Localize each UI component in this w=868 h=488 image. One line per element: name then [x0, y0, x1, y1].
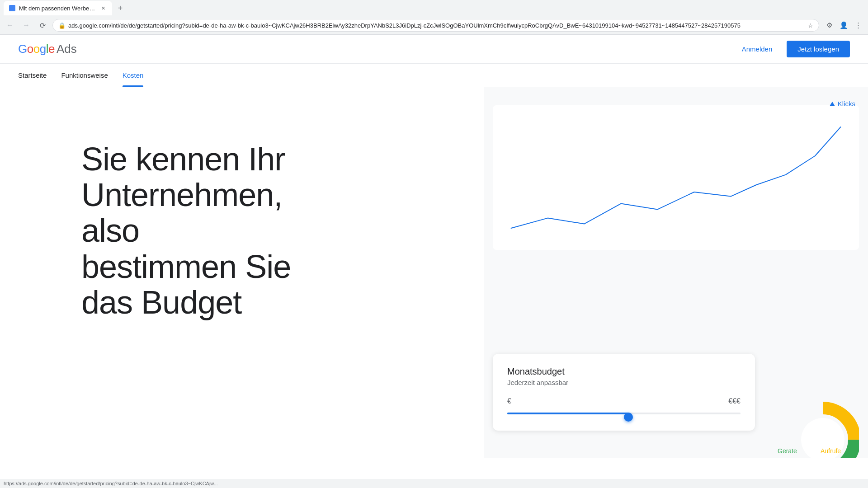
- address-bar: ← → ⟳ 🔒 ads.google.com/intl/de/de/getsta…: [0, 16, 868, 34]
- back-button[interactable]: ←: [4, 19, 16, 32]
- url-bar[interactable]: 🔒 ads.google.com/intl/de/de/getstarted/p…: [52, 19, 819, 32]
- active-tab[interactable]: Mit dem passenden Werbeb... ✕: [4, 1, 112, 15]
- tab-favicon: [9, 5, 15, 11]
- toolbar-icons: ⚙ 👤 ⋮: [823, 19, 864, 32]
- page: Google Ads Anmelden Jetzt loslegen Start…: [0, 35, 868, 458]
- signin-button[interactable]: Anmelden: [735, 42, 780, 56]
- tab-close-button[interactable]: ✕: [99, 5, 107, 12]
- hero-headline: Sie kennen Ihr Unternehmen, also bestimm…: [81, 141, 398, 320]
- ads-logo-text: Ads: [57, 42, 77, 56]
- new-tab-button[interactable]: +: [114, 2, 127, 14]
- extensions-icon[interactable]: ⚙: [823, 19, 835, 32]
- nav-startseite[interactable]: Startseite: [18, 64, 47, 86]
- reload-button[interactable]: ⟳: [36, 19, 49, 32]
- google-logo: Google: [18, 42, 55, 56]
- star-icon[interactable]: ☆: [808, 22, 813, 29]
- status-bar: https://ads.google.com/intl/de/de/getsta…: [0, 479, 868, 488]
- site-header: Google Ads Anmelden Jetzt loslegen: [0, 35, 868, 64]
- lock-icon: 🔒: [58, 22, 66, 29]
- tab-bar: Mit dem passenden Werbeb... ✕ +: [0, 0, 868, 16]
- main-content: Sie kennen Ihr Unternehmen, also bestimm…: [0, 87, 868, 458]
- slider-thumb[interactable]: [624, 413, 633, 422]
- forward-button[interactable]: →: [20, 19, 33, 32]
- logo-area: Google Ads: [18, 42, 77, 56]
- hero-text: Sie kennen Ihr Unternehmen, also bestimm…: [0, 87, 868, 458]
- site-nav: Startseite Funktionsweise Kosten: [0, 64, 868, 87]
- tab-title: Mit dem passenden Werbeb...: [19, 5, 96, 12]
- nav-kosten[interactable]: Kosten: [123, 64, 144, 86]
- browser-chrome: Mit dem passenden Werbeb... ✕ + ← → ⟳ 🔒 …: [0, 0, 868, 35]
- header-actions: Anmelden Jetzt loslegen: [735, 41, 850, 57]
- nav-funktionsweise[interactable]: Funktionsweise: [61, 64, 108, 86]
- url-text: ads.google.com/intl/de/de/getstarted/pri…: [68, 22, 805, 29]
- profile-icon[interactable]: 👤: [837, 19, 850, 32]
- menu-icon[interactable]: ⋮: [852, 19, 864, 32]
- start-button[interactable]: Jetzt loslegen: [787, 41, 850, 57]
- status-url: https://ads.google.com/intl/de/de/getsta…: [4, 481, 218, 486]
